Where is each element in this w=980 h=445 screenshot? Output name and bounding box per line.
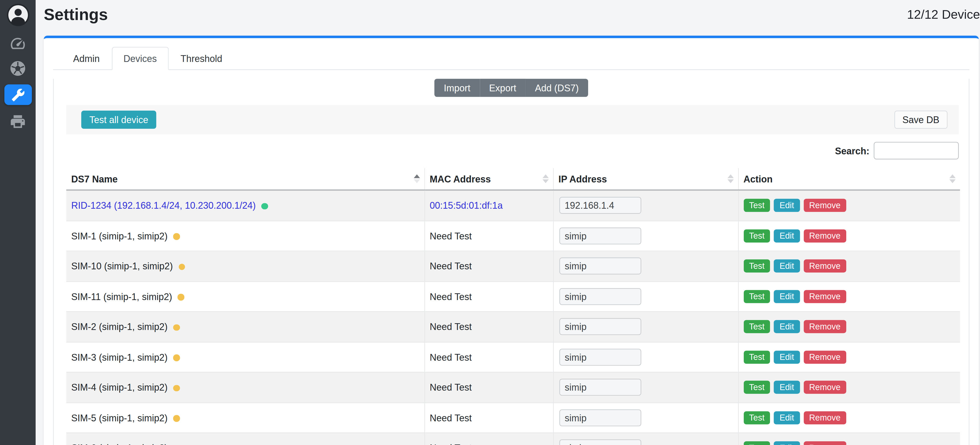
- action-buttons: TestEditRemove: [738, 372, 960, 402]
- remove-button[interactable]: Remove: [803, 351, 846, 364]
- ip-input[interactable]: [559, 349, 641, 366]
- mac-cell-text: Need Test: [430, 230, 472, 241]
- add-ds7-button[interactable]: Add (DS7): [526, 79, 588, 97]
- action-buttons: TestEditRemove: [738, 342, 960, 372]
- remove-button[interactable]: Remove: [803, 381, 846, 394]
- ip-input[interactable]: [559, 379, 641, 396]
- search-row: Search:: [66, 142, 959, 159]
- tab-wrap: Admin Devices Threshold Import Export Ad…: [53, 47, 969, 445]
- import-export-group: Import Export Add (DS7): [54, 79, 969, 97]
- tab-devices[interactable]: Devices: [111, 47, 169, 70]
- table-row: SIM-5 (simip-1, simip2) Need Test TestEd…: [66, 402, 960, 433]
- remove-button[interactable]: Remove: [803, 229, 846, 242]
- ip-input[interactable]: [559, 318, 641, 335]
- edit-button[interactable]: Edit: [774, 411, 800, 424]
- device-name[interactable]: RID-1234 (192.168.1.4/24, 10.230.200.1/2…: [71, 200, 256, 211]
- test-button[interactable]: Test: [743, 351, 770, 364]
- column-header-ip-address[interactable]: IP Address: [553, 168, 738, 190]
- device-name: SIM-2 (simip-1, simip2): [71, 321, 168, 332]
- remove-button[interactable]: Remove: [803, 259, 846, 272]
- action-buttons: TestEditRemove: [738, 402, 960, 433]
- column-header-ds7-name[interactable]: DS7 Name: [66, 168, 425, 190]
- wrench-icon: [11, 88, 25, 102]
- edit-button[interactable]: Edit: [774, 441, 800, 445]
- status-dot: [173, 324, 180, 331]
- topbar: Settings 12/12 Devices: [36, 0, 980, 36]
- edit-button[interactable]: Edit: [774, 320, 800, 333]
- column-header-mac-address[interactable]: MAC Address: [425, 168, 553, 190]
- user-circle-icon: [6, 3, 30, 27]
- ip-input[interactable]: [559, 409, 641, 426]
- test-button[interactable]: Test: [743, 199, 770, 212]
- device-name: SIM-3 (simip-1, simip2): [71, 352, 168, 362]
- remove-button[interactable]: Remove: [803, 320, 846, 333]
- device-name: SIM-6 (simip-1, simip2): [71, 443, 168, 445]
- remove-button[interactable]: Remove: [803, 441, 846, 445]
- ip-input[interactable]: [559, 227, 641, 244]
- test-all-device-button[interactable]: Test all device: [81, 111, 156, 129]
- test-button[interactable]: Test: [743, 381, 770, 394]
- test-button[interactable]: Test: [743, 259, 770, 272]
- edit-button[interactable]: Edit: [774, 259, 800, 272]
- sidebar-item-settings[interactable]: [4, 84, 32, 105]
- remove-button[interactable]: Remove: [803, 411, 846, 424]
- sidebar-item-monitor[interactable]: [10, 60, 26, 77]
- search-input[interactable]: [874, 142, 959, 159]
- column-header-action[interactable]: Action: [738, 168, 960, 190]
- sidebar-item-user[interactable]: [6, 3, 30, 27]
- mac-cell-text: Need Test: [430, 321, 472, 332]
- ip-input[interactable]: [559, 197, 641, 214]
- tab-bar: Admin Devices Threshold: [53, 47, 969, 70]
- status-dot: [173, 415, 180, 421]
- device-name: SIM-4 (simip-1, simip2): [71, 382, 168, 393]
- edit-button[interactable]: Edit: [774, 229, 800, 242]
- ip-input[interactable]: [559, 257, 641, 275]
- device-name: SIM-5 (simip-1, simip2): [71, 412, 168, 423]
- action-buttons: TestEditRemove: [738, 281, 960, 312]
- test-button[interactable]: Test: [743, 229, 770, 242]
- table-row: SIM-11 (simip-1, simip2) Need Test TestE…: [66, 281, 960, 312]
- import-button[interactable]: Import: [434, 79, 480, 97]
- table-header-row: DS7 Name MAC Address IP Address: [66, 168, 960, 190]
- mac-cell-text[interactable]: 00:15:5d:01:df:1a: [430, 200, 503, 211]
- ip-input[interactable]: [559, 288, 641, 305]
- table-row: SIM-1 (simip-1, simip2) Need Test TestEd…: [66, 221, 960, 251]
- test-button[interactable]: Test: [743, 411, 770, 424]
- edit-button[interactable]: Edit: [774, 381, 800, 394]
- sort-icon: [542, 174, 549, 183]
- export-button[interactable]: Export: [480, 79, 526, 97]
- action-buttons: TestEditRemove: [738, 221, 960, 251]
- status-dot: [173, 354, 180, 361]
- action-buttons: TestEditRemove: [738, 251, 960, 281]
- test-button[interactable]: Test: [743, 320, 770, 333]
- remove-button[interactable]: Remove: [803, 199, 846, 212]
- remove-button[interactable]: Remove: [803, 290, 846, 303]
- app-root: Settings 12/12 Devices Admin Devices Thr…: [0, 0, 980, 445]
- sort-icon: [949, 174, 956, 183]
- soccer-ball-icon: [10, 60, 26, 77]
- search-label: Search:: [835, 145, 869, 156]
- edit-button[interactable]: Edit: [774, 290, 800, 303]
- sidebar: [0, 0, 36, 445]
- tab-threshold[interactable]: Threshold: [169, 47, 234, 70]
- actions-band: Test all device Save DB: [66, 105, 959, 135]
- sort-icon: [414, 174, 420, 183]
- edit-button[interactable]: Edit: [774, 351, 800, 364]
- status-dot: [173, 385, 180, 391]
- test-button[interactable]: Test: [743, 441, 770, 445]
- sidebar-item-print[interactable]: [10, 113, 26, 130]
- ip-input[interactable]: [559, 440, 641, 445]
- edit-button[interactable]: Edit: [774, 199, 800, 212]
- table-row: RID-1234 (192.168.1.4/24, 10.230.200.1/2…: [66, 190, 960, 221]
- page-title: Settings: [44, 5, 108, 24]
- device-table-body: RID-1234 (192.168.1.4/24, 10.230.200.1/2…: [66, 190, 960, 445]
- mac-cell-text: Need Test: [430, 291, 472, 302]
- mac-cell-text: Need Test: [430, 261, 472, 272]
- gauge-icon: [10, 35, 26, 52]
- test-button[interactable]: Test: [743, 290, 770, 303]
- tab-admin[interactable]: Admin: [61, 47, 111, 70]
- table-row: SIM-6 (simip-1, simip2) Need Test TestEd…: [66, 433, 960, 445]
- save-db-button[interactable]: Save DB: [894, 111, 947, 129]
- sidebar-item-dashboard[interactable]: [10, 35, 26, 52]
- status-dot: [173, 233, 180, 240]
